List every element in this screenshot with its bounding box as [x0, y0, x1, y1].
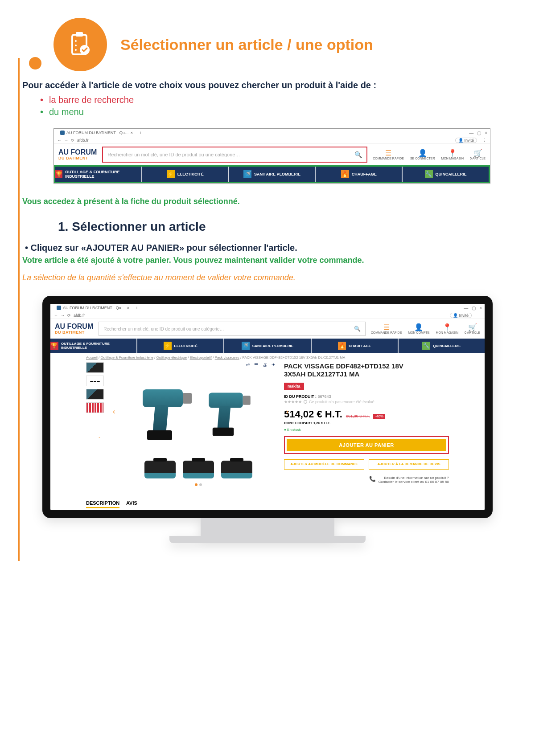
pin-icon: 📍	[443, 324, 452, 331]
add-to-model-button[interactable]: AJOUTER AU MODÈLE DE COMMANDE	[284, 459, 364, 470]
water-icon: 🚿	[243, 170, 251, 178]
menu-chauffage[interactable]: 🔥CHAUFFAGE	[312, 339, 399, 353]
phone-icon: 📞	[369, 476, 376, 482]
store-link[interactable]: 📍MON MAGASIN	[441, 150, 464, 160]
thumbnail[interactable]	[86, 389, 104, 400]
new-tab-icon: +	[136, 306, 138, 311]
search-icon[interactable]: 🔍	[354, 151, 362, 158]
thumbnail[interactable]: ▬ ▬ ▬	[86, 376, 104, 386]
svg-rect-1	[76, 32, 83, 37]
drill-illustration	[205, 385, 255, 438]
menu-outillage[interactable]: 🏆OUTILLAGE & FOURNITURE INDUSTRIELLE	[55, 167, 142, 182]
menu-chauffage[interactable]: 🔥CHAUFFAGE	[316, 167, 403, 182]
intro-item-search: la barre de recherche	[40, 95, 513, 105]
screenshot-header: AU FORUM DU BATIMENT - Qu… × + — ▢ × ← →…	[54, 128, 490, 184]
menu-outillage[interactable]: 🏆OUTILLAGE & FOURNITURE INDUSTRIELLE	[50, 339, 137, 353]
site-logo: AU FORUM DU BATIMENT	[55, 323, 93, 335]
trophy-icon: 🏆	[55, 170, 62, 178]
menu-quincaillerie[interactable]: 🔧QUINCAILLERIE	[403, 167, 489, 182]
accent-dot	[29, 57, 41, 69]
carousel-next-icon[interactable]: ›	[286, 408, 288, 416]
access-note: Vous accedez à présent à la fiche du pro…	[22, 197, 513, 206]
water-icon: 🚿	[242, 342, 250, 350]
search-input[interactable]: Rechercher un mot clé, une ID de produit…	[99, 322, 365, 336]
wrench-icon: 🔧	[425, 170, 433, 178]
section-icon	[54, 18, 107, 71]
nav-back-icon: ←	[54, 313, 58, 318]
bolt-icon: ⚡	[164, 342, 172, 350]
quick-order-link[interactable]: ☰COMMANDE RAPIDE	[371, 324, 402, 334]
list-icon: ☰	[385, 150, 391, 157]
crumb-cat3[interactable]: Electroportatif	[190, 356, 212, 360]
window-min-icon: —	[464, 306, 468, 311]
quick-order-link[interactable]: ☰COMMANDE RAPIDE	[373, 150, 404, 160]
account-link[interactable]: 👤SE CONNECTER	[410, 150, 435, 160]
list-view-icon[interactable]: ☰	[254, 362, 258, 367]
crumb-cat2[interactable]: Outillage électrique	[156, 356, 186, 360]
window-close-icon: ×	[485, 131, 487, 135]
menu-quincaillerie[interactable]: 🔧QUINCAILLERIE	[399, 339, 485, 353]
search-placeholder: Rechercher un mot clé, une ID de produit…	[107, 152, 240, 157]
product-id: ID DU PRODUIT : 667643	[284, 394, 449, 399]
svg-point-3	[75, 45, 77, 46]
search-icon[interactable]: 🔍	[354, 326, 361, 332]
print-icon[interactable]: 🖨	[263, 362, 267, 367]
brand-badge: makita	[284, 383, 304, 390]
user-icon: 👤	[418, 150, 427, 157]
cart-icon: 🛒	[468, 324, 477, 331]
search-input[interactable]: Rechercher un mot clé, une ID de produit…	[102, 147, 367, 163]
chevron-down-icon[interactable]: ⌄	[86, 435, 113, 439]
crumb-cat1[interactable]: Outillage & Fourniture industrielle	[100, 356, 153, 360]
stock-status: ● En stock	[284, 428, 449, 432]
thumbnail[interactable]	[86, 402, 104, 413]
menu-electricite[interactable]: ⚡ELECTRICITÉ	[142, 167, 229, 182]
step-instruction: Cliquez sur «AJOUTER AU PANIER» pour sél…	[25, 243, 513, 253]
share-icon[interactable]: ✈	[272, 362, 275, 367]
thumbnail[interactable]	[86, 362, 104, 373]
battery-image	[183, 461, 214, 478]
monitor-stand	[201, 518, 334, 536]
left-orange-rule	[18, 58, 20, 561]
window-max-icon: ▢	[472, 306, 476, 311]
window-close-icon: ×	[479, 306, 482, 311]
browser-tab: AU FORUM DU BATIMENT - Qu… ×	[57, 130, 136, 136]
contact-info: 📞 Besoin d'une information sur un produi…	[284, 476, 449, 484]
nav-reload-icon: ⟳	[67, 313, 71, 318]
add-to-quote-button[interactable]: AJOUTER À LA DEMANDE DE DEVIS	[369, 459, 449, 470]
compare-icon[interactable]: ⇄	[246, 362, 250, 367]
carousel-prev-icon[interactable]: ‹	[113, 408, 115, 416]
add-to-cart-highlight: AJOUTER AU PANIER	[284, 436, 449, 454]
cart-link[interactable]: 🛒0 ARTICLE	[470, 150, 486, 160]
rating-row: ★★★★★ Ce produit n'a pas encore été éval…	[284, 400, 449, 404]
crumb-home[interactable]: Accueil	[86, 356, 98, 360]
crumb-cat4[interactable]: Pack visseuses	[215, 356, 239, 360]
product-main-image: ‹ ›	[122, 367, 275, 456]
battery-image	[144, 461, 176, 478]
user-icon: 👤	[414, 324, 423, 331]
svg-point-2	[75, 40, 77, 42]
menu-electricite[interactable]: ⚡ELECTRICITÉ	[137, 339, 224, 353]
menu-sanitaire[interactable]: 🚿SANITAIRE PLOMBERIE	[224, 339, 311, 353]
store-link[interactable]: 📍MON MAGASIN	[436, 324, 459, 334]
cart-link[interactable]: 🛒0 ARTICLE	[465, 324, 480, 334]
window-max-icon: ▢	[477, 131, 481, 135]
profile-pill: 👤 Invité	[455, 138, 477, 143]
price: 514,02 € H.T.	[284, 409, 342, 420]
new-tab-icon: +	[139, 130, 142, 135]
price-old: 861,80 € H.T.	[346, 414, 370, 418]
trophy-icon: 🏆	[50, 342, 58, 350]
nav-fwd-icon: →	[64, 138, 68, 143]
browser-menu-icon: ⋮	[482, 138, 486, 143]
favicon-icon	[60, 131, 65, 135]
battery-image	[221, 461, 252, 478]
nav-back-icon: ←	[58, 138, 62, 143]
account-link[interactable]: 👤MON COMPTE	[408, 324, 429, 334]
step-heading: 1. Sélectionner un article	[58, 220, 513, 234]
tab-description[interactable]: DESCRIPTION	[86, 500, 119, 508]
flame-icon: 🔥	[341, 170, 349, 178]
add-to-cart-button[interactable]: AJOUTER AU PANIER	[287, 439, 446, 451]
carousel-dots[interactable]	[122, 482, 275, 487]
nav-reload-icon: ⟳	[71, 138, 74, 143]
menu-sanitaire[interactable]: 🚿SANITAIRE PLOMBERIE	[229, 167, 316, 182]
tab-reviews[interactable]: AVIS	[126, 500, 137, 506]
